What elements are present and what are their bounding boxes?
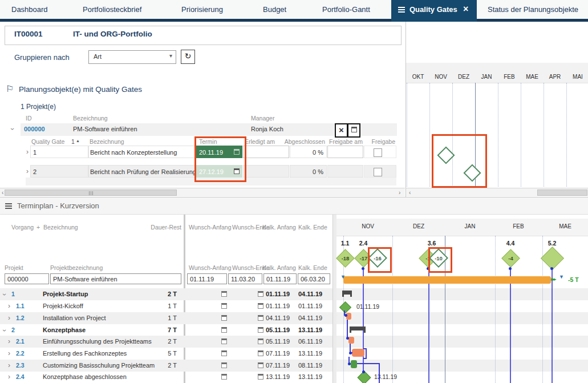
- expand-icon[interactable]: ›: [8, 374, 10, 380]
- task-nr[interactable]: 2.2: [16, 348, 25, 360]
- kalk-ende-field[interactable]: 06.03.20: [298, 273, 330, 284]
- scroll-left-icon[interactable]: ‹: [2, 188, 3, 197]
- kalk-anfang-field[interactable]: 01.11.19: [263, 273, 297, 284]
- delta-arrows-icon: ▸▸▸: [551, 276, 555, 282]
- start-marker-icon: ▼: [340, 275, 346, 280]
- task-row[interactable]: › 1.1 Projekt-Kickoff 1 T 01.11.19 01.11…: [0, 300, 332, 312]
- freigabe-checkbox[interactable]: [374, 168, 382, 176]
- collapse-icon[interactable]: ›: [2, 293, 7, 296]
- gate-freigabe-am-cell[interactable]: [327, 146, 363, 158]
- task-nr[interactable]: 2.4: [16, 371, 25, 383]
- wunsch-anfang-field[interactable]: 01.11.19: [187, 273, 227, 284]
- chevron-down-icon: ▾: [169, 53, 172, 59]
- scroll-left-icon[interactable]: ‹: [409, 188, 411, 197]
- gridline: [544, 83, 544, 187]
- calendar-icon[interactable]: [258, 315, 263, 321]
- expand-icon[interactable]: ›: [8, 350, 10, 356]
- milestone-date: 01.11.19: [356, 303, 379, 310]
- task-row[interactable]: › 1.2 Installation von Project 1 T 04.11…: [0, 312, 332, 324]
- task-nr[interactable]: 2.1: [16, 336, 25, 348]
- task-row[interactable]: › 2.1 Einführungsschulung des Projekttea…: [0, 336, 332, 348]
- tab-priorisierung[interactable]: Priorisierung: [181, 0, 223, 19]
- sort-order[interactable]: 1: [71, 138, 75, 145]
- group-by-label: Gruppieren nach: [14, 53, 70, 62]
- wunsch-ende-field[interactable]: 11.03.20: [228, 273, 262, 284]
- calendar-icon[interactable]: [221, 291, 227, 297]
- gate-erledigt-cell[interactable]: [243, 165, 289, 178]
- task-nr[interactable]: 1: [11, 288, 15, 300]
- calendar-icon[interactable]: [221, 315, 227, 321]
- task-name: Projekt-Startup: [43, 288, 88, 300]
- connector-dot: [349, 352, 352, 354]
- calendar-icon[interactable]: [221, 362, 227, 368]
- calendar-icon[interactable]: [258, 338, 263, 344]
- calendar-icon[interactable]: [258, 303, 263, 309]
- scrollbar-thumb[interactable]: [537, 190, 587, 196]
- task-name: Erstellung des Fachkonzeptes: [43, 348, 127, 360]
- task-row[interactable]: › 1 Projekt-Startup 2 T 01.11.19 04.11.1…: [0, 288, 332, 300]
- project-id-field[interactable]: 000000: [5, 273, 49, 284]
- expand-icon[interactable]: ›: [26, 149, 29, 155]
- gate-highlight-box: [428, 247, 452, 273]
- gate-freigabe-am-cell[interactable]: [327, 165, 363, 178]
- gate-erledigt-cell[interactable]: [243, 146, 289, 158]
- task-row[interactable]: › 2.4 Konzeptphase abgeschlossen 13.11.1…: [0, 371, 332, 383]
- sort-asc-icon: ▲: [76, 139, 80, 143]
- expand-icon[interactable]: ›: [8, 315, 10, 321]
- connector-dot: [362, 267, 364, 270]
- expand-icon[interactable]: ›: [26, 168, 29, 174]
- scrollbar-thumb[interactable]: [5, 190, 177, 196]
- tab-quality-gates[interactable]: Quality Gates ×: [391, 0, 477, 22]
- task-nr[interactable]: 2.3: [16, 360, 25, 372]
- delete-button[interactable]: ×: [335, 123, 348, 138]
- calendar-icon[interactable]: [221, 303, 227, 309]
- project-id-link[interactable]: 000000: [24, 126, 45, 132]
- calendar-icon[interactable]: [221, 374, 227, 380]
- scroll-right-icon[interactable]: ›: [399, 188, 400, 197]
- calendar-icon[interactable]: [221, 338, 227, 344]
- project-name-field[interactable]: PM-Software einführen: [50, 273, 181, 284]
- task-nr[interactable]: 2: [11, 324, 15, 336]
- col-freigabe-am: Freigabe am: [329, 138, 363, 145]
- milestone-diamond: -18: [336, 249, 355, 268]
- right-h-scrollbar[interactable]: ‹: [406, 188, 588, 196]
- calendar-icon[interactable]: [258, 291, 263, 297]
- col-wunsch-anfang: Wunsch-Anfang: [189, 224, 232, 231]
- task-row[interactable]: › 2 Konzeptphase 7 T 05.11.19 13.11.19: [0, 324, 332, 336]
- menu-icon[interactable]: [5, 203, 12, 204]
- add-icon[interactable]: +: [37, 224, 40, 231]
- refresh-button[interactable]: ↻: [181, 50, 195, 64]
- freigabe-checkbox[interactable]: [374, 148, 382, 157]
- close-tab-icon[interactable]: ×: [463, 0, 468, 19]
- gantt-row-stripe: [336, 312, 588, 324]
- calendar-icon[interactable]: [221, 327, 227, 333]
- calendar-icon[interactable]: [258, 327, 263, 333]
- group-by-select[interactable]: Art ▾: [88, 50, 176, 64]
- milestone-stem: [363, 268, 364, 373]
- left-h-scrollbar[interactable]: ‹ ›: [0, 188, 405, 196]
- tab-budget[interactable]: Budget: [263, 0, 286, 19]
- calendar-icon: [351, 127, 357, 132]
- collapse-icon[interactable]: ›: [2, 329, 7, 332]
- calendar-button[interactable]: [347, 123, 360, 138]
- gate-nr: 2: [30, 165, 88, 178]
- milestone-stem: [510, 268, 511, 383]
- menu-icon: [398, 7, 405, 8]
- task-nr[interactable]: 1.1: [16, 300, 25, 312]
- calendar-icon[interactable]: [258, 350, 263, 356]
- calendar-icon[interactable]: [221, 350, 227, 356]
- milestone-label: 4.4: [499, 240, 522, 247]
- calendar-icon[interactable]: [258, 374, 263, 380]
- tab-dashboard[interactable]: Dashboard: [11, 0, 48, 19]
- task-row[interactable]: › 2.2 Erstellung des Fachkonzeptes 5 T 0…: [0, 348, 332, 360]
- expand-icon[interactable]: ›: [8, 303, 10, 309]
- collapse-icon[interactable]: ›: [10, 128, 15, 130]
- tab-portfolio-gantt[interactable]: Portfolio-Gantt: [322, 0, 370, 19]
- tab-status-planungsobjekte[interactable]: Status der Planungsobjekte: [488, 0, 578, 19]
- task-nr[interactable]: 1.2: [16, 312, 25, 324]
- expand-icon[interactable]: ›: [8, 338, 10, 344]
- calendar-icon[interactable]: [258, 362, 263, 368]
- task-row[interactable]: › 2.3 Customizing Basisschulung Projektt…: [0, 360, 332, 372]
- tab-portfoliosteckbrief[interactable]: Portfoliosteckbrief: [83, 0, 141, 19]
- expand-icon[interactable]: ›: [8, 362, 10, 368]
